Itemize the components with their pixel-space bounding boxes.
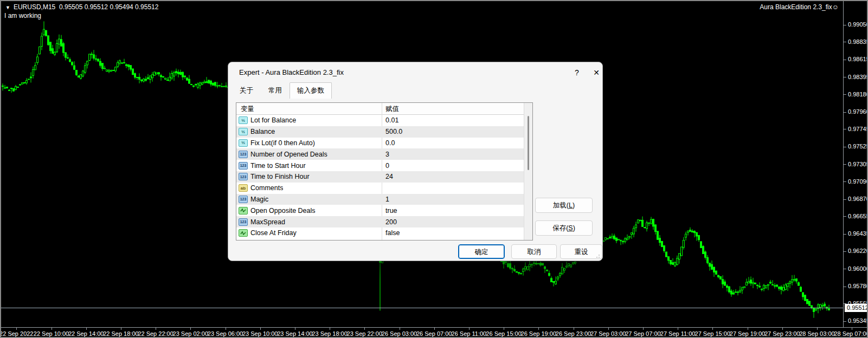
column-header-value: 赋值	[385, 105, 399, 114]
load-button[interactable]: 加载(L)	[535, 198, 593, 213]
price-axis-label: 0.96220	[848, 248, 868, 254]
resize-grip[interactable]	[595, 253, 600, 258]
param-row-number-of-opened-deals[interactable]: 123Number of Opened Deals3	[236, 148, 532, 160]
time-tick	[295, 328, 295, 330]
param-value[interactable]: 0.0	[385, 139, 395, 147]
time-axis-label: 26 Sep 15:00	[486, 330, 521, 337]
time-tick	[190, 328, 191, 330]
smiley-icon: ☺	[832, 3, 839, 11]
symbol-quote-line[interactable]: ▼EURUSD,M15 0.95505 0.95512 0.95494 0.95…	[5, 3, 158, 11]
save-button[interactable]: 保存(S)	[535, 220, 593, 236]
symbol-label: EURUSD,M15	[14, 3, 55, 11]
ea-watermark: Aura BlackEdition 2.3_fix☺	[760, 3, 839, 11]
time-axis-label: 23 Sep 06:00	[208, 330, 243, 337]
price-axis-label: 0.98180	[848, 91, 868, 98]
price-axis-label: 0.97305	[848, 161, 868, 167]
param-name: Close At Friday	[250, 229, 297, 237]
int-type-icon: 123	[239, 162, 248, 170]
scrollbar-thumb[interactable]	[528, 116, 529, 170]
price-tick	[844, 147, 846, 147]
bool-type-icon	[239, 229, 248, 237]
param-name: MaxSpread	[250, 218, 285, 226]
param-row-fix-lot-if-0-then-auto-[interactable]: ½Fix Lot(if 0 then Auto)0.0	[236, 138, 532, 149]
time-axis-label: 22 Sep 2022	[0, 330, 33, 337]
param-value[interactable]: 24	[385, 173, 393, 180]
price-tick	[844, 251, 846, 252]
param-name: Time to Start Hour	[250, 162, 306, 170]
time-axis-label: 28 Sep 07:00	[834, 330, 868, 337]
close-icon[interactable]: ✕	[590, 67, 602, 79]
int-type-icon: 123	[239, 173, 248, 180]
param-row-time-to-start-hour[interactable]: 123Time to Start Hour0	[236, 160, 532, 171]
param-row-time-to-finish-hour[interactable]: 123Time to Finish Hour24	[236, 171, 532, 183]
param-row-magic[interactable]: 123Magic1	[236, 194, 532, 205]
param-row-lot-for-balance[interactable]: ½Lot for Balance0.01	[236, 115, 532, 126]
param-row-comments[interactable]: abComments	[236, 183, 532, 194]
time-tick	[748, 328, 748, 330]
price-tick	[844, 164, 846, 165]
time-axis-label: 22 Sep 22:00	[138, 330, 173, 337]
string-type-icon: ab	[239, 184, 248, 192]
param-value[interactable]: 500.0	[385, 128, 402, 135]
price-tick	[844, 269, 846, 269]
price-axis-label: 0.98395	[848, 74, 868, 80]
bid-price-label: 0.95512	[845, 304, 868, 312]
price-axis[interactable]: 0.990500.988350.986150.983950.981800.979…	[843, 1, 868, 327]
time-axis-label: 27 Sep 07:00	[625, 330, 660, 337]
price-axis-label: 0.97090	[848, 178, 868, 185]
price-tick	[844, 199, 846, 200]
param-value[interactable]: true	[385, 207, 397, 214]
time-tick	[260, 328, 261, 330]
time-tick	[574, 328, 574, 330]
price-axis-label: 0.98835	[848, 38, 868, 45]
price-axis-label: 0.97745	[848, 126, 868, 132]
time-tick	[643, 328, 644, 330]
price-axis-label: 0.97525	[848, 143, 868, 150]
expert-properties-dialog: Expert - Aura BlackEdition 2.3_fix ? ✕ 关…	[228, 62, 603, 261]
param-name: Comments	[250, 184, 283, 192]
price-tick	[844, 321, 846, 322]
ea-comment: I am working	[4, 12, 41, 20]
help-button[interactable]: ?	[571, 67, 583, 79]
time-axis-label: 28 Sep 03:00	[799, 330, 834, 337]
param-name: Open Opposite Deals	[250, 207, 316, 214]
time-axis-label: 26 Sep 19:00	[521, 330, 556, 337]
int-type-icon: 123	[239, 218, 248, 226]
param-row-maxspread[interactable]: 123MaxSpread200	[236, 216, 532, 227]
tab-about[interactable]: 关于	[232, 83, 261, 99]
int-type-icon: 123	[239, 151, 248, 158]
int-type-icon: 123	[239, 196, 248, 203]
time-tick	[400, 328, 400, 330]
time-axis[interactable]: 22 Sep 202222 Sep 10:0022 Sep 14:0022 Se…	[1, 327, 868, 338]
param-row-close-at-friday[interactable]: Close At Fridayfalse	[236, 227, 532, 239]
table-scrollbar[interactable]	[524, 103, 532, 240]
param-value[interactable]: 1	[385, 196, 389, 203]
time-tick	[86, 328, 87, 330]
ok-button[interactable]: 确定	[458, 244, 505, 259]
symbol-dropdown-icon: ▼	[5, 5, 10, 10]
table-header[interactable]: 变量 赋值	[236, 103, 532, 115]
cancel-button[interactable]: 取消	[511, 244, 557, 259]
double-type-icon: ½	[239, 128, 248, 135]
param-name: Magic	[250, 196, 268, 203]
time-axis-label: 27 Sep 03:00	[590, 330, 626, 337]
time-tick	[121, 328, 121, 330]
param-value[interactable]: 0	[385, 162, 389, 170]
param-value[interactable]: 3	[385, 151, 389, 158]
price-axis-label: 0.96435	[848, 230, 868, 237]
price-tick	[844, 287, 846, 287]
param-value[interactable]: 0.01	[385, 116, 398, 124]
tab-common[interactable]: 常用	[261, 83, 290, 99]
param-value[interactable]: 200	[385, 218, 397, 226]
dialog-tabs: 关于 常用 输入参数	[232, 84, 332, 99]
price-tick	[844, 181, 846, 182]
param-row-open-opposite-deals[interactable]: Open Opposite Dealstrue	[236, 205, 532, 216]
tab-inputs[interactable]: 输入参数	[290, 82, 332, 99]
time-tick	[712, 328, 713, 330]
time-axis-label: 27 Sep 11:00	[660, 330, 696, 337]
param-value[interactable]: false	[385, 229, 400, 237]
param-row-balance[interactable]: ½Balance500.0	[236, 126, 532, 138]
price-axis-label: 0.95345	[848, 317, 868, 324]
time-tick	[364, 328, 365, 330]
dialog-title: Expert - Aura BlackEdition 2.3_fix	[239, 68, 344, 76]
